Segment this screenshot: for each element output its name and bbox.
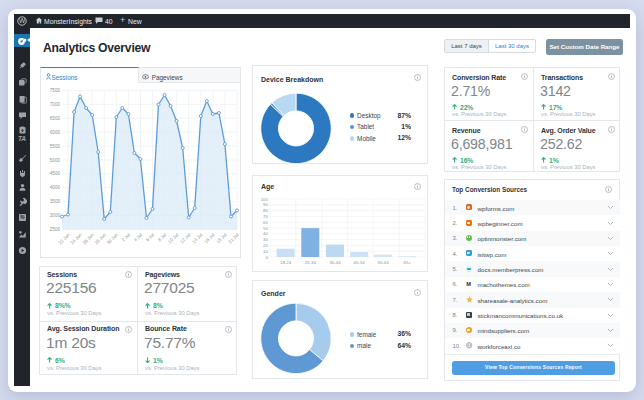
svg-text:3000: 3000 <box>50 213 61 218</box>
svg-text:35-44: 35-44 <box>329 260 341 265</box>
svg-text:24 Jun: 24 Jun <box>70 232 84 246</box>
svg-text:60: 60 <box>263 220 268 225</box>
svg-text:6 Jul: 6 Jul <box>145 232 155 242</box>
svg-text:25-34: 25-34 <box>305 260 317 265</box>
svg-text:90: 90 <box>263 202 268 207</box>
svg-text:50: 50 <box>263 226 268 231</box>
svg-text:4500: 4500 <box>50 171 61 176</box>
svg-text:2 Jul: 2 Jul <box>121 232 131 242</box>
svg-text:26 Jun: 26 Jun <box>82 232 96 246</box>
svg-text:18-24: 18-24 <box>280 260 292 265</box>
svg-text:16 Jul: 16 Jul <box>203 232 215 244</box>
svg-text:40: 40 <box>263 231 268 236</box>
svg-text:18 Jul: 18 Jul <box>215 232 227 244</box>
svg-text:W: W <box>19 17 26 24</box>
svg-text:28 Jun: 28 Jun <box>94 232 108 246</box>
svg-text:4000: 4000 <box>50 185 61 190</box>
svg-text:65+: 65+ <box>404 260 412 265</box>
svg-text:5000: 5000 <box>50 158 61 163</box>
svg-text:8 Jul: 8 Jul <box>157 232 167 242</box>
svg-text:21 Jul: 21 Jul <box>227 232 239 244</box>
svg-text:100: 100 <box>261 197 269 202</box>
svg-text:3500: 3500 <box>50 199 61 204</box>
svg-text:30 Jun: 30 Jun <box>106 232 120 246</box>
svg-text:12 Jul: 12 Jul <box>179 232 191 244</box>
svg-text:10: 10 <box>263 249 268 254</box>
svg-text:30: 30 <box>263 237 268 242</box>
svg-text:0: 0 <box>266 255 269 260</box>
svg-text:7000: 7000 <box>50 102 61 107</box>
svg-text:5500: 5500 <box>50 144 61 149</box>
svg-text:14 Jul: 14 Jul <box>191 232 203 244</box>
svg-text:6000: 6000 <box>50 130 61 135</box>
svg-text:10 Jul: 10 Jul <box>167 232 179 244</box>
svg-text:4 Jul: 4 Jul <box>133 232 143 242</box>
svg-text:45-54: 45-54 <box>354 260 366 265</box>
svg-text:2500: 2500 <box>50 227 61 232</box>
svg-text:70: 70 <box>263 214 268 219</box>
svg-text:80: 80 <box>263 208 268 213</box>
svg-text:6500: 6500 <box>50 116 61 121</box>
svg-text:20: 20 <box>263 243 268 248</box>
svg-text:55-64: 55-64 <box>377 260 389 265</box>
svg-text:7500: 7500 <box>50 88 61 93</box>
svg-text:22 Jun: 22 Jun <box>58 232 72 246</box>
